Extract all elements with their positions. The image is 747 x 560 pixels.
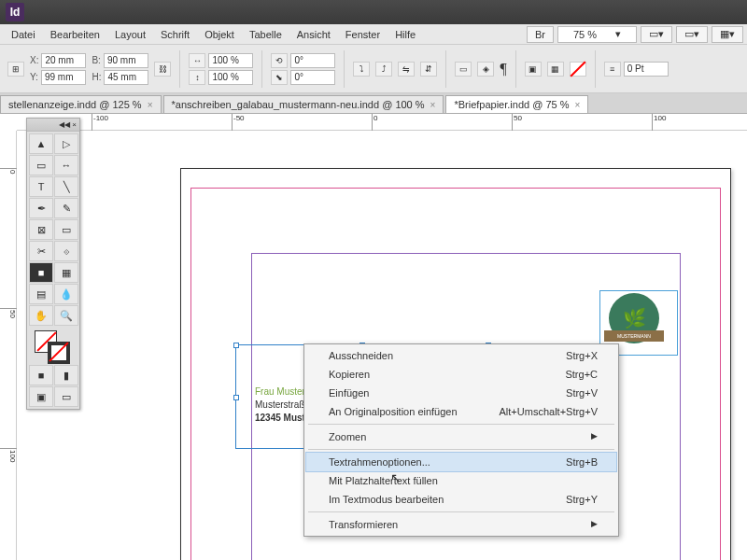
- separator: [308, 424, 614, 425]
- ctx-transformieren[interactable]: Transformieren▶: [306, 515, 616, 534]
- selection-tool[interactable]: ▲: [29, 133, 53, 154]
- separator: [308, 449, 614, 450]
- menu-schrift[interactable]: Schrift: [153, 29, 197, 40]
- hand-tool[interactable]: ✋: [29, 305, 53, 326]
- pencil-tool[interactable]: ✎: [54, 198, 78, 218]
- select-content-icon[interactable]: ◈: [477, 62, 494, 77]
- constrain-icon[interactable]: ⛓: [154, 62, 171, 77]
- ctx-ausschneiden[interactable]: AusschneidenStrg+X: [306, 346, 616, 365]
- ctx-textrahmenoptionen[interactable]: Textrahmenoptionen...Strg+B: [305, 452, 617, 472]
- flip-h-icon[interactable]: ⇋: [398, 62, 415, 77]
- direct-selection-tool[interactable]: ▷: [54, 133, 78, 154]
- tab-label: *Briefpapier.indd @ 75 %: [454, 99, 569, 110]
- chevron-down-icon: ▾: [608, 28, 628, 40]
- rectangle-tool[interactable]: ▭: [54, 219, 78, 240]
- close-icon[interactable]: ×: [148, 100, 153, 110]
- screen-mode-button[interactable]: ▭▾: [676, 26, 708, 43]
- select-container-icon[interactable]: ▭: [455, 62, 472, 77]
- free-transform-tool[interactable]: ⟐: [54, 241, 78, 261]
- flip-v-icon[interactable]: ⇵: [420, 62, 437, 77]
- menu-ansicht[interactable]: Ansicht: [289, 29, 338, 40]
- view-mode-button[interactable]: ▭▾: [641, 26, 672, 43]
- logo-banner: MUSTERMANN: [604, 330, 664, 342]
- shear-icon: ⬊: [271, 70, 288, 85]
- note-tool[interactable]: ▤: [29, 284, 53, 304]
- control-bar: ⊞ X: Y: B: H: ⛓ ↔ ↕ ⟲ ⬊ ⤵ ⤴ ⇋ ⇵ ▭ ◈ ¶ ▣ …: [0, 45, 747, 93]
- scale-y-input[interactable]: [208, 70, 253, 85]
- tool-panel: ◀◀ × ▲ ▷ ▭ ↔ T ╲ ✒ ✎ ⊠ ▭ ✂ ⟐ ■ ▦ ▤ 💧 ✋ 🔍…: [26, 118, 80, 410]
- y-input[interactable]: [41, 70, 86, 85]
- ruler-tick: -100: [92, 114, 108, 131]
- close-icon[interactable]: ×: [430, 100, 436, 110]
- eyedropper-tool[interactable]: 💧: [54, 284, 78, 304]
- close-icon[interactable]: ×: [575, 100, 581, 110]
- rotate-ccw-icon[interactable]: ⤴: [375, 62, 392, 77]
- apply-gradient-button[interactable]: ▮: [54, 365, 78, 385]
- menu-hilfe[interactable]: Hilfe: [388, 29, 423, 40]
- x-label: X:: [30, 55, 38, 65]
- preview-button[interactable]: ▭: [54, 386, 78, 407]
- menu-objekt[interactable]: Objekt: [197, 29, 242, 40]
- panel-header[interactable]: ◀◀ ×: [27, 119, 79, 132]
- ctx-zoomen[interactable]: Zoomen▶: [306, 427, 616, 446]
- ctx-platzhaltertext[interactable]: Mit Platzhaltertext füllen: [306, 471, 616, 490]
- tab-label: *anschreiben_galabau_mustermann-neu.indd…: [172, 99, 425, 110]
- rotate-cw-icon[interactable]: ⤵: [353, 62, 370, 77]
- scale-x-input[interactable]: [208, 53, 253, 68]
- fill-frame-icon[interactable]: ▦: [547, 62, 564, 77]
- zoom-tool[interactable]: 🔍: [54, 305, 78, 326]
- ruler-tick: 0: [372, 114, 377, 131]
- gradient-swatch-tool[interactable]: ■: [29, 262, 53, 283]
- ctx-kopieren[interactable]: KopierenStrg+C: [306, 365, 616, 384]
- paragraph-icon[interactable]: ¶: [500, 61, 506, 77]
- menubar: Datei Bearbeiten Layout Schrift Objekt T…: [0, 24, 747, 45]
- w-input[interactable]: [104, 53, 148, 68]
- ctx-textmodus[interactable]: Im Textmodus bearbeitenStrg+Y: [306, 490, 616, 509]
- menu-fenster[interactable]: Fenster: [338, 29, 388, 40]
- logo-graphic: 🌿 MUSTERMANN: [600, 291, 668, 349]
- x-input[interactable]: [41, 53, 86, 68]
- ruler-tick: 50: [512, 114, 522, 131]
- tab-briefpapier[interactable]: *Briefpapier.indd @ 75 %×: [445, 95, 588, 113]
- zoom-dropdown[interactable]: 75 %▾: [557, 26, 637, 43]
- normal-view-button[interactable]: ▣: [29, 386, 53, 407]
- scissors-tool[interactable]: ✂: [29, 241, 53, 261]
- y-label: Y:: [30, 72, 38, 82]
- submenu-arrow-icon: ▶: [591, 431, 598, 442]
- ruler-tick: 100: [0, 448, 17, 462]
- menu-layout[interactable]: Layout: [107, 29, 153, 40]
- gap-tool[interactable]: ↔: [54, 155, 78, 175]
- page-tool[interactable]: ▭: [29, 155, 53, 175]
- fit-frame-icon[interactable]: ▣: [525, 62, 542, 77]
- apply-color-button[interactable]: ■: [29, 365, 53, 385]
- handle-w[interactable]: [233, 395, 239, 400]
- menu-datei[interactable]: Datei: [4, 29, 43, 40]
- reference-point-icon[interactable]: ⊞: [7, 62, 24, 77]
- rectangle-frame-tool[interactable]: ⊠: [29, 219, 53, 240]
- rotate-icon: ⟲: [271, 53, 288, 68]
- stroke-swatch-icon[interactable]: [48, 342, 70, 364]
- handle-nw[interactable]: [233, 343, 239, 348]
- ctx-einfuegen[interactable]: EinfügenStrg+V: [306, 384, 616, 402]
- type-tool[interactable]: T: [29, 176, 53, 197]
- bridge-button[interactable]: Br: [527, 26, 554, 43]
- rotate-input[interactable]: [290, 53, 335, 68]
- menu-bearbeiten[interactable]: Bearbeiten: [43, 29, 107, 40]
- gradient-feather-tool[interactable]: ▦: [54, 262, 78, 283]
- ctx-originalposition[interactable]: An Originalposition einfügenAlt+Umschalt…: [306, 402, 616, 421]
- fill-swatch[interactable]: [570, 62, 586, 77]
- tab-label: stellenanzeige.indd @ 125 %: [8, 99, 142, 110]
- tab-stellenanzeige[interactable]: stellenanzeige.indd @ 125 %×: [0, 95, 162, 113]
- stroke-input[interactable]: [624, 62, 669, 77]
- tab-anschreiben[interactable]: *anschreiben_galabau_mustermann-neu.indd…: [163, 95, 444, 113]
- line-tool[interactable]: ╲: [54, 176, 78, 197]
- ruler-tick: 0: [0, 168, 17, 174]
- fill-stroke-swatch[interactable]: [29, 329, 78, 364]
- arrange-button[interactable]: ▦▾: [712, 26, 743, 43]
- ruler-vertical: 0 50 100: [0, 131, 17, 560]
- scale-x-icon: ↔: [189, 53, 205, 68]
- menu-tabelle[interactable]: Tabelle: [242, 29, 289, 40]
- shear-input[interactable]: [290, 70, 335, 85]
- pen-tool[interactable]: ✒: [29, 198, 53, 218]
- h-input[interactable]: [104, 70, 148, 85]
